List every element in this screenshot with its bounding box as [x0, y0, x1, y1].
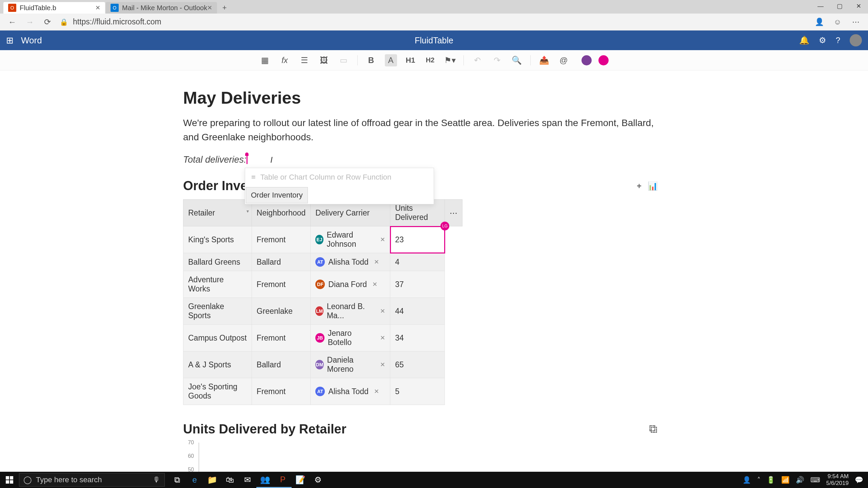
formula-input[interactable]: = Table or Chart Column or Row Function: [245, 168, 434, 186]
app-launcher-icon[interactable]: ⊞: [6, 35, 14, 46]
page-heading[interactable]: May Deliveries: [183, 88, 658, 108]
cell-retailer[interactable]: Adventure Works: [183, 271, 252, 298]
cell-carrier[interactable]: LMLeonard B. Ma...✕: [311, 298, 390, 325]
app-icon[interactable]: ⚙: [309, 472, 327, 488]
minimize-button[interactable]: —: [811, 0, 830, 12]
refresh-button[interactable]: ⟳: [42, 17, 53, 27]
cell-neighborhood[interactable]: Fremont: [252, 325, 311, 351]
heading2-button[interactable]: H2: [424, 54, 436, 66]
cell-neighborhood[interactable]: Fremont: [252, 226, 311, 253]
teams-icon[interactable]: 👥: [256, 472, 274, 488]
edge-icon[interactable]: e: [186, 472, 203, 488]
close-icon[interactable]: ✕: [95, 4, 100, 12]
document-canvas[interactable]: May Deliveries We're preparing to rollou…: [183, 88, 658, 488]
cell-carrier[interactable]: DMDaniela Moreno✕: [311, 351, 390, 378]
action-center-icon[interactable]: 💬: [855, 476, 863, 484]
cell-retailer[interactable]: Greenlake Sports: [183, 298, 252, 325]
cell-retailer[interactable]: King's Sports: [183, 226, 252, 253]
browser-tab-inactive[interactable]: O Mail - Mike Morton - Outlook ✕: [106, 2, 217, 14]
explorer-icon[interactable]: 📁: [203, 472, 221, 488]
list-icon[interactable]: ☰: [298, 54, 311, 66]
remove-person-icon[interactable]: ✕: [380, 361, 385, 368]
cell-neighborhood[interactable]: Greenlake: [252, 298, 311, 325]
profile-icon[interactable]: 👤: [814, 17, 825, 27]
cell-neighborhood[interactable]: Fremont: [252, 378, 311, 405]
task-view-icon[interactable]: ⧉: [168, 472, 186, 488]
keyboard-icon[interactable]: ⌨: [810, 476, 820, 484]
col-retailer[interactable]: Retailer▾: [183, 200, 252, 226]
url-input[interactable]: 🔒 https://fluid.microsoft.com: [60, 17, 807, 26]
settings-icon[interactable]: ⚙: [819, 36, 826, 45]
table-row[interactable]: King's SportsFremontEJEdward Johnson✕23: [183, 226, 462, 253]
remove-person-icon[interactable]: ✕: [380, 307, 385, 315]
cell-carrier[interactable]: EJEdward Johnson✕: [311, 226, 390, 253]
image-icon[interactable]: 🖼: [318, 54, 330, 66]
cell-units[interactable]: 44: [390, 298, 445, 325]
close-window-button[interactable]: ✕: [849, 0, 868, 12]
chart-heading[interactable]: Units Delivered by Retailer ⿻: [183, 422, 658, 436]
cell-carrier[interactable]: ATAlisha Todd✕: [311, 378, 390, 405]
copy-icon[interactable]: ⿻: [650, 425, 658, 434]
undo-button[interactable]: ↶: [471, 54, 484, 66]
sort-icon[interactable]: ▾: [246, 208, 249, 214]
mic-icon[interactable]: 🎙: [153, 475, 160, 484]
close-icon[interactable]: ✕: [207, 4, 212, 12]
remove-person-icon[interactable]: ✕: [380, 236, 385, 243]
component-icon[interactable]: ▭: [338, 54, 350, 66]
cell-units[interactable]: 34: [390, 325, 445, 351]
redo-button[interactable]: ↷: [491, 54, 503, 66]
cell-neighborhood[interactable]: Fremont: [252, 271, 311, 298]
mail-icon[interactable]: ✉: [239, 472, 256, 488]
tray-chevron-icon[interactable]: ˄: [757, 476, 761, 484]
start-button[interactable]: [0, 472, 19, 488]
presence-avatar-2[interactable]: [598, 55, 609, 66]
table-row[interactable]: A & J SportsBallardDMDaniela Moreno✕65: [183, 351, 462, 378]
feedback-icon[interactable]: ☺: [832, 17, 843, 27]
user-avatar[interactable]: [850, 34, 862, 46]
remove-person-icon[interactable]: ✕: [372, 281, 377, 288]
maximize-button[interactable]: ▢: [830, 0, 849, 12]
search-icon[interactable]: 🔍: [511, 54, 523, 66]
cell-retailer[interactable]: Campus Outpost: [183, 325, 252, 351]
cell-neighborhood[interactable]: Ballard: [252, 253, 311, 271]
forward-button[interactable]: →: [24, 17, 35, 27]
store-icon[interactable]: 🛍: [221, 472, 239, 488]
cell-carrier[interactable]: JBJenaro Botello✕: [311, 325, 390, 351]
table-row[interactable]: Adventure WorksFremontDFDiana Ford✕37: [183, 271, 462, 298]
cell-units[interactable]: 37: [390, 271, 445, 298]
share-icon[interactable]: 📤: [538, 54, 550, 66]
help-icon[interactable]: ?: [836, 36, 840, 45]
cell-units[interactable]: 5: [390, 378, 445, 405]
add-column-icon[interactable]: +: [637, 181, 642, 191]
cell-units[interactable]: 4: [390, 253, 445, 271]
chart-icon[interactable]: 📊: [648, 181, 658, 191]
remove-person-icon[interactable]: ✕: [380, 334, 385, 342]
table-row[interactable]: Greenlake SportsGreenlakeLMLeonard B. Ma…: [183, 298, 462, 325]
back-button[interactable]: ←: [7, 17, 18, 27]
flag-icon[interactable]: ⚑▾: [444, 54, 456, 66]
table-icon[interactable]: ▦: [259, 54, 271, 66]
table-row[interactable]: Campus OutpostFremontJBJenaro Botello✕34: [183, 325, 462, 351]
people-icon[interactable]: 👤: [743, 476, 751, 484]
order-inventory-table[interactable]: Retailer▾ Neighborhood Delivery Carrier …: [183, 199, 462, 405]
volume-icon[interactable]: 🔊: [796, 476, 804, 484]
notifications-icon[interactable]: 🔔: [799, 36, 809, 45]
taskbar-search[interactable]: ◯ Type here to search 🎙: [19, 473, 165, 487]
cell-retailer[interactable]: A & J Sports: [183, 351, 252, 378]
document-title[interactable]: FluidTable: [415, 36, 453, 45]
taskbar-clock[interactable]: 9:54 AM 5/6/2019: [826, 473, 849, 486]
function-icon[interactable]: fx: [279, 54, 291, 66]
remove-person-icon[interactable]: ✕: [374, 258, 379, 266]
menu-icon[interactable]: ⋯: [850, 17, 861, 27]
bold-button[interactable]: B: [365, 54, 377, 66]
battery-icon[interactable]: 🔋: [767, 476, 775, 484]
table-row[interactable]: Joe's Sporting GoodsFremontATAlisha Todd…: [183, 378, 462, 405]
heading1-button[interactable]: H1: [405, 54, 417, 66]
remove-person-icon[interactable]: ✕: [374, 388, 379, 395]
cell-retailer[interactable]: Joe's Sporting Goods: [183, 378, 252, 405]
new-tab-button[interactable]: +: [218, 2, 231, 14]
wifi-icon[interactable]: 📶: [781, 476, 790, 484]
cell-units[interactable]: 65: [390, 351, 445, 378]
cell-neighborhood[interactable]: Ballard: [252, 351, 311, 378]
total-deliveries-line[interactable]: Total deliveries: I: [183, 155, 658, 165]
